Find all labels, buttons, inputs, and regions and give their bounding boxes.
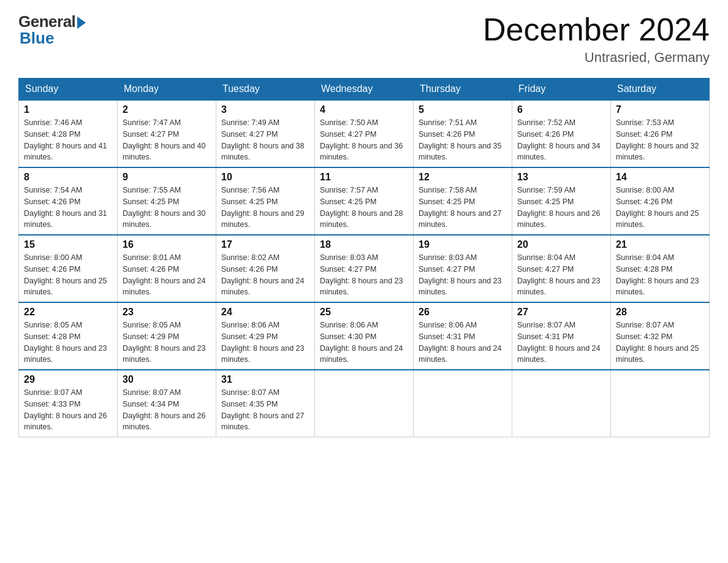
day-number: 17 (221, 239, 309, 250)
day-info: Sunrise: 8:00 AMSunset: 4:26 PMDaylight:… (24, 252, 112, 298)
day-info: Sunrise: 7:58 AMSunset: 4:25 PMDaylight:… (419, 185, 507, 231)
day-number: 3 (221, 104, 309, 115)
calendar-cell: 4 Sunrise: 7:50 AMSunset: 4:27 PMDayligh… (315, 100, 414, 167)
calendar-cell: 15 Sunrise: 8:00 AMSunset: 4:26 PMDaylig… (19, 235, 118, 302)
day-number: 11 (320, 172, 408, 183)
calendar-table: SundayMondayTuesdayWednesdayThursdayFrid… (18, 78, 710, 437)
day-info: Sunrise: 7:46 AMSunset: 4:28 PMDaylight:… (24, 117, 112, 163)
header-row: SundayMondayTuesdayWednesdayThursdayFrid… (19, 79, 710, 101)
week-row-2: 8 Sunrise: 7:54 AMSunset: 4:26 PMDayligh… (19, 167, 710, 235)
calendar-cell: 17 Sunrise: 8:02 AMSunset: 4:26 PMDaylig… (216, 235, 315, 302)
day-info: Sunrise: 7:47 AMSunset: 4:27 PMDaylight:… (123, 117, 211, 163)
day-number: 29 (24, 374, 112, 385)
day-info: Sunrise: 8:00 AMSunset: 4:26 PMDaylight:… (616, 185, 704, 231)
day-info: Sunrise: 8:03 AMSunset: 4:27 PMDaylight:… (419, 252, 507, 298)
day-info: Sunrise: 7:54 AMSunset: 4:26 PMDaylight:… (24, 185, 112, 231)
day-info: Sunrise: 8:01 AMSunset: 4:26 PMDaylight:… (123, 252, 211, 298)
day-number: 21 (616, 239, 704, 250)
day-info: Sunrise: 7:59 AMSunset: 4:25 PMDaylight:… (517, 185, 605, 231)
day-info: Sunrise: 8:07 AMSunset: 4:35 PMDaylight:… (221, 387, 309, 433)
month-title: December 2024 (483, 12, 710, 47)
header-day-tuesday: Tuesday (216, 79, 315, 101)
logo-triangle-icon (77, 17, 86, 29)
calendar-cell: 13 Sunrise: 7:59 AMSunset: 4:25 PMDaylig… (512, 167, 611, 235)
day-info: Sunrise: 8:06 AMSunset: 4:29 PMDaylight:… (221, 320, 309, 366)
day-info: Sunrise: 8:07 AMSunset: 4:32 PMDaylight:… (616, 320, 704, 366)
calendar-cell: 10 Sunrise: 7:56 AMSunset: 4:25 PMDaylig… (216, 167, 315, 235)
calendar-cell: 24 Sunrise: 8:06 AMSunset: 4:29 PMDaylig… (216, 302, 315, 370)
day-number: 5 (419, 104, 507, 115)
calendar-cell: 11 Sunrise: 7:57 AMSunset: 4:25 PMDaylig… (315, 167, 414, 235)
day-info: Sunrise: 7:53 AMSunset: 4:26 PMDaylight:… (616, 117, 704, 163)
calendar-cell: 1 Sunrise: 7:46 AMSunset: 4:28 PMDayligh… (19, 100, 118, 167)
day-number: 19 (419, 239, 507, 250)
calendar-cell (611, 370, 710, 437)
day-number: 24 (221, 307, 309, 318)
calendar-cell: 14 Sunrise: 8:00 AMSunset: 4:26 PMDaylig… (611, 167, 710, 235)
calendar-cell (315, 370, 414, 437)
day-number: 16 (123, 239, 211, 250)
location: Untrasried, Germany (483, 50, 710, 66)
calendar-cell: 31 Sunrise: 8:07 AMSunset: 4:35 PMDaylig… (216, 370, 315, 437)
day-info: Sunrise: 7:56 AMSunset: 4:25 PMDaylight:… (221, 185, 309, 231)
logo: General Blue (18, 12, 86, 48)
calendar-cell: 20 Sunrise: 8:04 AMSunset: 4:27 PMDaylig… (512, 235, 611, 302)
day-info: Sunrise: 8:07 AMSunset: 4:34 PMDaylight:… (123, 387, 211, 433)
calendar-cell: 16 Sunrise: 8:01 AMSunset: 4:26 PMDaylig… (118, 235, 216, 302)
day-info: Sunrise: 8:06 AMSunset: 4:30 PMDaylight:… (320, 320, 408, 366)
day-info: Sunrise: 8:06 AMSunset: 4:31 PMDaylight:… (419, 320, 507, 366)
day-info: Sunrise: 7:57 AMSunset: 4:25 PMDaylight:… (320, 185, 408, 231)
day-number: 1 (24, 104, 112, 115)
day-info: Sunrise: 8:07 AMSunset: 4:31 PMDaylight:… (517, 320, 605, 366)
calendar-cell: 3 Sunrise: 7:49 AMSunset: 4:27 PMDayligh… (216, 100, 315, 167)
day-number: 27 (517, 307, 605, 318)
day-number: 23 (123, 307, 211, 318)
day-number: 15 (24, 239, 112, 250)
page-header: General Blue December 2024 Untrasried, G… (18, 12, 710, 66)
day-info: Sunrise: 8:07 AMSunset: 4:33 PMDaylight:… (24, 387, 112, 433)
day-number: 14 (616, 172, 704, 183)
header-day-thursday: Thursday (414, 79, 512, 101)
day-number: 6 (517, 104, 605, 115)
calendar-cell: 23 Sunrise: 8:05 AMSunset: 4:29 PMDaylig… (118, 302, 216, 370)
calendar-cell: 7 Sunrise: 7:53 AMSunset: 4:26 PMDayligh… (611, 100, 710, 167)
calendar-cell: 8 Sunrise: 7:54 AMSunset: 4:26 PMDayligh… (19, 167, 118, 235)
day-info: Sunrise: 8:04 AMSunset: 4:27 PMDaylight:… (517, 252, 605, 298)
day-number: 20 (517, 239, 605, 250)
calendar-cell: 18 Sunrise: 8:03 AMSunset: 4:27 PMDaylig… (315, 235, 414, 302)
calendar-cell: 27 Sunrise: 8:07 AMSunset: 4:31 PMDaylig… (512, 302, 611, 370)
day-info: Sunrise: 8:02 AMSunset: 4:26 PMDaylight:… (221, 252, 309, 298)
header-day-wednesday: Wednesday (315, 79, 414, 101)
day-info: Sunrise: 7:50 AMSunset: 4:27 PMDaylight:… (320, 117, 408, 163)
week-row-3: 15 Sunrise: 8:00 AMSunset: 4:26 PMDaylig… (19, 235, 710, 302)
day-number: 13 (517, 172, 605, 183)
header-day-friday: Friday (512, 79, 611, 101)
calendar-cell: 5 Sunrise: 7:51 AMSunset: 4:26 PMDayligh… (414, 100, 512, 167)
calendar-cell (512, 370, 611, 437)
week-row-1: 1 Sunrise: 7:46 AMSunset: 4:28 PMDayligh… (19, 100, 710, 167)
day-number: 8 (24, 172, 112, 183)
day-number: 9 (123, 172, 211, 183)
header-day-saturday: Saturday (611, 79, 710, 101)
day-number: 10 (221, 172, 309, 183)
week-row-4: 22 Sunrise: 8:05 AMSunset: 4:28 PMDaylig… (19, 302, 710, 370)
day-number: 22 (24, 307, 112, 318)
calendar-cell: 26 Sunrise: 8:06 AMSunset: 4:31 PMDaylig… (414, 302, 512, 370)
day-number: 4 (320, 104, 408, 115)
calendar-cell: 21 Sunrise: 8:04 AMSunset: 4:28 PMDaylig… (611, 235, 710, 302)
calendar-cell: 6 Sunrise: 7:52 AMSunset: 4:26 PMDayligh… (512, 100, 611, 167)
day-number: 25 (320, 307, 408, 318)
calendar-cell (414, 370, 512, 437)
calendar-cell: 2 Sunrise: 7:47 AMSunset: 4:27 PMDayligh… (118, 100, 216, 167)
day-number: 28 (616, 307, 704, 318)
calendar-cell: 30 Sunrise: 8:07 AMSunset: 4:34 PMDaylig… (118, 370, 216, 437)
day-info: Sunrise: 7:49 AMSunset: 4:27 PMDaylight:… (221, 117, 309, 163)
week-row-5: 29 Sunrise: 8:07 AMSunset: 4:33 PMDaylig… (19, 370, 710, 437)
calendar-cell: 25 Sunrise: 8:06 AMSunset: 4:30 PMDaylig… (315, 302, 414, 370)
day-number: 26 (419, 307, 507, 318)
day-number: 12 (419, 172, 507, 183)
calendar-cell: 28 Sunrise: 8:07 AMSunset: 4:32 PMDaylig… (611, 302, 710, 370)
day-info: Sunrise: 7:52 AMSunset: 4:26 PMDaylight:… (517, 117, 605, 163)
title-section: December 2024 Untrasried, Germany (483, 12, 710, 66)
day-info: Sunrise: 8:03 AMSunset: 4:27 PMDaylight:… (320, 252, 408, 298)
